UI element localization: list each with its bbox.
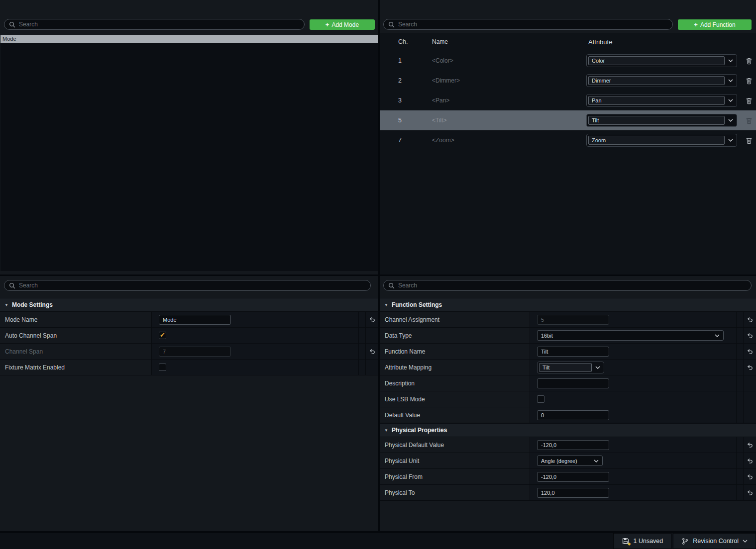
delete-function-button[interactable] bbox=[744, 57, 754, 65]
spacer bbox=[736, 328, 743, 343]
search-icon bbox=[9, 21, 15, 28]
mode-settings-search[interactable] bbox=[4, 280, 371, 291]
function-placeholder-name: <Zoom> bbox=[432, 137, 586, 144]
functions-search[interactable] bbox=[383, 19, 673, 30]
attribute-value[interactable]: Zoom bbox=[588, 136, 725, 145]
physical-to-input[interactable] bbox=[537, 488, 609, 498]
reset-to-default-button[interactable] bbox=[743, 453, 756, 468]
undo-icon bbox=[747, 458, 753, 464]
add-function-label: Add Function bbox=[700, 21, 736, 28]
unsaved-status-button[interactable]: ✱ 1 Unsaved bbox=[613, 533, 672, 549]
property-row-data-type: Data Type 16bit bbox=[380, 328, 756, 344]
function-row[interactable]: 1 <Color> Color bbox=[380, 51, 756, 71]
functions-search-input[interactable] bbox=[398, 21, 668, 28]
spacer bbox=[358, 312, 365, 327]
data-type-value: 16bit bbox=[541, 333, 715, 339]
delete-function-button[interactable] bbox=[744, 117, 754, 124]
chevron-down-icon bbox=[725, 99, 737, 102]
physical-unit-dropdown[interactable]: Angle (degree) bbox=[537, 456, 603, 466]
reset-to-default-button[interactable] bbox=[743, 469, 756, 484]
function-settings-search[interactable] bbox=[383, 280, 752, 291]
chevron-down-icon bbox=[725, 59, 737, 62]
mode-list[interactable]: Mode bbox=[0, 35, 378, 271]
branch-icon bbox=[681, 538, 689, 545]
reset-to-default-button[interactable] bbox=[743, 328, 756, 343]
reset-to-default-button[interactable] bbox=[365, 312, 378, 327]
property-label: Channel Assignment bbox=[380, 312, 530, 327]
use-lsb-mode-checkbox[interactable] bbox=[537, 395, 544, 403]
trash-icon bbox=[746, 97, 753, 104]
attribute-value[interactable]: Color bbox=[588, 56, 725, 65]
mode-settings-search-input[interactable] bbox=[19, 282, 366, 289]
property-row-auto-channel-span: Auto Channel Span bbox=[0, 328, 378, 344]
reset-to-default-button[interactable] bbox=[743, 312, 756, 327]
modes-search-input[interactable] bbox=[19, 21, 300, 28]
property-label: Mode Name bbox=[0, 312, 152, 327]
property-label: Physical Unit bbox=[380, 453, 530, 468]
add-function-button[interactable]: + Add Function bbox=[678, 19, 752, 30]
attribute-value[interactable]: Pan bbox=[588, 96, 725, 105]
function-name-input[interactable] bbox=[537, 347, 609, 357]
property-row-attribute-mapping: Attribute Mapping Tilt bbox=[380, 360, 756, 375]
channel-assignment-input bbox=[537, 315, 609, 325]
attribute-mapping-value[interactable]: Tilt bbox=[539, 363, 592, 372]
physical-from-input[interactable] bbox=[537, 472, 609, 482]
attribute-dropdown[interactable]: Color bbox=[586, 54, 737, 67]
add-mode-button[interactable]: + Add Mode bbox=[310, 19, 375, 30]
attribute-value[interactable]: Dimmer bbox=[588, 76, 725, 85]
revision-control-button[interactable]: Revision Control bbox=[673, 533, 756, 549]
function-row[interactable]: 7 <Zoom> Zoom bbox=[380, 130, 756, 150]
auto-channel-span-checkbox[interactable] bbox=[159, 332, 166, 339]
data-type-dropdown[interactable]: 16bit bbox=[537, 330, 724, 341]
mode-list-item[interactable]: Mode bbox=[0, 35, 378, 43]
delete-function-button[interactable] bbox=[744, 97, 754, 104]
property-row-fixture-matrix: Fixture Matrix Enabled bbox=[0, 360, 378, 375]
attribute-dropdown[interactable]: Dimmer bbox=[586, 74, 737, 87]
channel-span-input bbox=[159, 347, 231, 357]
attribute-value[interactable]: Tilt bbox=[588, 116, 725, 125]
function-settings-search-input[interactable] bbox=[398, 282, 747, 289]
status-bar: ✱ 1 Unsaved Revision Control bbox=[0, 533, 756, 549]
mode-name-input[interactable] bbox=[159, 315, 231, 325]
delete-function-button[interactable] bbox=[744, 77, 754, 85]
function-placeholder-name: <Dimmer> bbox=[432, 77, 586, 84]
function-row[interactable]: 3 <Pan> Pan bbox=[380, 91, 756, 110]
functions-table: Ch. Name Attribute 1 <Color> Color 2 <Di… bbox=[380, 33, 756, 274]
fixture-matrix-checkbox[interactable] bbox=[159, 364, 166, 371]
attribute-dropdown[interactable]: Tilt bbox=[586, 114, 737, 127]
property-label: Physical Default Value bbox=[380, 437, 530, 453]
spacer bbox=[358, 360, 365, 375]
modes-search[interactable] bbox=[4, 19, 305, 30]
undo-icon bbox=[747, 442, 753, 448]
default-value-input[interactable] bbox=[537, 410, 609, 420]
function-settings-section-header[interactable]: ▼ Function Settings bbox=[380, 298, 756, 312]
function-row[interactable]: 2 <Dimmer> Dimmer bbox=[380, 71, 756, 91]
property-label: Physical To bbox=[380, 485, 530, 500]
reset-to-default-button[interactable] bbox=[743, 344, 756, 359]
function-row[interactable]: 5 <Tilt> Tilt bbox=[380, 110, 756, 130]
attribute-mapping-dropdown[interactable]: Tilt bbox=[537, 362, 604, 373]
delete-function-button[interactable] bbox=[744, 137, 754, 144]
chevron-down-icon bbox=[725, 139, 737, 142]
attribute-dropdown[interactable]: Zoom bbox=[586, 134, 737, 147]
mode-settings-section-header[interactable]: ▼ Mode Settings bbox=[0, 298, 378, 312]
property-label: Physical From bbox=[380, 469, 530, 484]
physical-default-value-input[interactable] bbox=[537, 440, 609, 450]
description-input[interactable] bbox=[537, 378, 609, 388]
property-row-mode-name: Mode Name bbox=[0, 312, 378, 328]
reset-to-default-button[interactable] bbox=[743, 437, 756, 453]
property-label: Description bbox=[380, 375, 530, 391]
reset-to-default-button[interactable] bbox=[743, 360, 756, 375]
unsaved-badge-icon: ✱ bbox=[628, 542, 631, 547]
section-title: Function Settings bbox=[392, 301, 442, 308]
chevron-down-icon bbox=[592, 366, 604, 369]
property-row-default-value: Default Value bbox=[380, 407, 756, 423]
physical-properties-section-header[interactable]: ▼ Physical Properties bbox=[380, 423, 756, 437]
functions-panel: + Add Function Ch. Name Attribute 1 <Col… bbox=[380, 0, 756, 274]
reset-column bbox=[743, 375, 756, 391]
attribute-dropdown[interactable]: Pan bbox=[586, 94, 737, 107]
property-row-physical-default-value: Physical Default Value bbox=[380, 437, 756, 453]
reset-to-default-button[interactable] bbox=[365, 344, 378, 359]
reset-to-default-button[interactable] bbox=[743, 485, 756, 500]
collapse-triangle-icon: ▼ bbox=[4, 303, 8, 307]
